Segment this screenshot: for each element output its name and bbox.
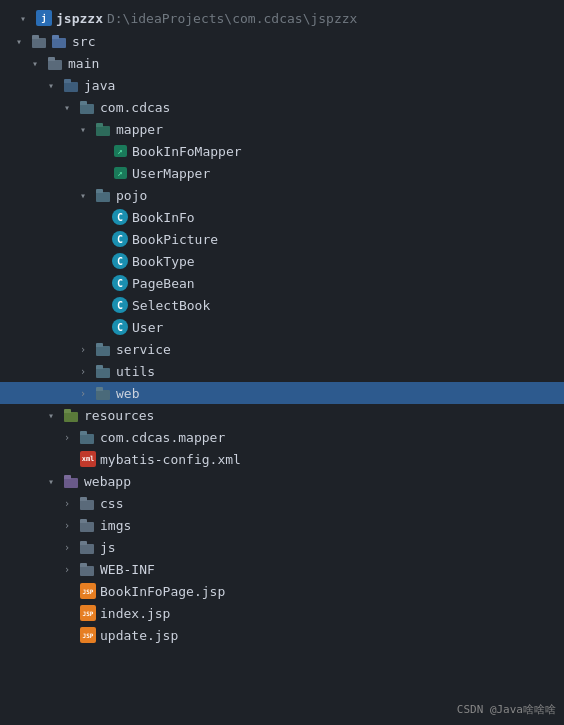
mapper-arrow — [80, 124, 96, 135]
watermark: CSDN @Java啥啥啥 — [457, 702, 556, 717]
tree-row-web[interactable]: web — [0, 382, 564, 404]
css-arrow — [64, 498, 80, 509]
tree-row-resources[interactable]: resources — [0, 404, 564, 426]
tree-row-index-jsp[interactable]: JSP index.jsp — [0, 602, 564, 624]
tree-row-utils[interactable]: utils — [0, 360, 564, 382]
index-jsp-icon: JSP — [80, 605, 96, 621]
pojo-label: pojo — [116, 188, 147, 203]
service-arrow — [80, 344, 96, 355]
project-path: D:\ideaProjects\com.cdcas\jspzzx — [107, 11, 357, 26]
java-label: java — [84, 78, 115, 93]
com-cdcas-arrow — [64, 102, 80, 113]
java-arrow — [48, 80, 64, 91]
project-arrow — [20, 13, 36, 24]
BookInFo-label: BookInFo — [132, 210, 195, 225]
index-jsp-label: index.jsp — [100, 606, 170, 621]
com-cdcas-label: com.cdcas — [100, 100, 170, 115]
tree-row-BookInFo[interactable]: C BookInFo — [0, 206, 564, 228]
BookType-label: BookType — [132, 254, 195, 269]
tree-row-WEB-INF[interactable]: WEB-INF — [0, 558, 564, 580]
imgs-label: imgs — [100, 518, 131, 533]
webapp-arrow — [48, 476, 64, 487]
mapper-label: mapper — [116, 122, 163, 137]
tree-row-imgs[interactable]: imgs — [0, 514, 564, 536]
BookInFoMapper-label: BookInFoMapper — [132, 144, 242, 159]
UserMapper-label: UserMapper — [132, 166, 210, 181]
pojo-arrow — [80, 190, 96, 201]
resources-arrow — [48, 410, 64, 421]
utils-label: utils — [116, 364, 155, 379]
imgs-arrow — [64, 520, 80, 531]
main-arrow — [32, 58, 48, 69]
tree-row-main[interactable]: main — [0, 52, 564, 74]
mybatis-config-icon: xml — [80, 451, 96, 467]
WEB-INF-label: WEB-INF — [100, 562, 155, 577]
tree-row-java[interactable]: java — [0, 74, 564, 96]
BookPicture-label: BookPicture — [132, 232, 218, 247]
project-root[interactable]: j jspzzx D:\ideaProjects\com.cdcas\jspzz… — [0, 6, 564, 30]
tree-row-css[interactable]: css — [0, 492, 564, 514]
tree-row-User[interactable]: C User — [0, 316, 564, 338]
tree-row-service[interactable]: service — [0, 338, 564, 360]
PageBean-label: PageBean — [132, 276, 195, 291]
src-label: src — [72, 34, 95, 49]
webapp-label: webapp — [84, 474, 131, 489]
service-label: service — [116, 342, 171, 357]
PageBean-icon: C — [112, 275, 128, 291]
SelectBook-label: SelectBook — [132, 298, 210, 313]
update-jsp-icon: JSP — [80, 627, 96, 643]
project-icon: j — [36, 10, 52, 26]
User-icon: C — [112, 319, 128, 335]
src-arrow — [16, 36, 32, 47]
tree-row-BookType[interactable]: C BookType — [0, 250, 564, 272]
tree-row-mybatis-config[interactable]: xml mybatis-config.xml — [0, 448, 564, 470]
main-label: main — [68, 56, 99, 71]
src-folder-icon — [32, 35, 48, 48]
BookType-icon: C — [112, 253, 128, 269]
web-arrow — [80, 388, 96, 399]
tree-row-SelectBook[interactable]: C SelectBook — [0, 294, 564, 316]
tree-row-mapper[interactable]: mapper — [0, 118, 564, 140]
project-name: jspzzx — [56, 11, 103, 26]
tree-row-BookInFoMapper[interactable]: ↗ BookInFoMapper — [0, 140, 564, 162]
BookInFoPage-icon: JSP — [80, 583, 96, 599]
tree-row-BookPicture[interactable]: C BookPicture — [0, 228, 564, 250]
tree-row-js[interactable]: js — [0, 536, 564, 558]
com-cdcas-mapper-label: com.cdcas.mapper — [100, 430, 225, 445]
utils-arrow — [80, 366, 96, 377]
tree-row-UserMapper[interactable]: ↗ UserMapper — [0, 162, 564, 184]
css-label: css — [100, 496, 123, 511]
BookInFoPage-label: BookInFoPage.jsp — [100, 584, 225, 599]
tree-row-src[interactable]: src — [0, 30, 564, 52]
mybatis-config-label: mybatis-config.xml — [100, 452, 241, 467]
project-tree: j jspzzx D:\ideaProjects\com.cdcas\jspzz… — [0, 0, 564, 652]
resources-label: resources — [84, 408, 154, 423]
update-jsp-label: update.jsp — [100, 628, 178, 643]
WEB-INF-arrow — [64, 564, 80, 575]
tree-row-webapp[interactable]: webapp — [0, 470, 564, 492]
com-cdcas-mapper-arrow — [64, 432, 80, 443]
js-label: js — [100, 540, 116, 555]
tree-row-update-jsp[interactable]: JSP update.jsp — [0, 624, 564, 646]
tree-row-BookInFoPage-jsp[interactable]: JSP BookInFoPage.jsp — [0, 580, 564, 602]
tree-row-com-cdcas-mapper[interactable]: com.cdcas.mapper — [0, 426, 564, 448]
tree-row-com-cdcas[interactable]: com.cdcas — [0, 96, 564, 118]
BookPicture-icon: C — [112, 231, 128, 247]
js-arrow — [64, 542, 80, 553]
BookInFo-icon: C — [112, 209, 128, 225]
tree-row-PageBean[interactable]: C PageBean — [0, 272, 564, 294]
web-label: web — [116, 386, 139, 401]
SelectBook-icon: C — [112, 297, 128, 313]
User-label: User — [132, 320, 163, 335]
tree-row-pojo[interactable]: pojo — [0, 184, 564, 206]
